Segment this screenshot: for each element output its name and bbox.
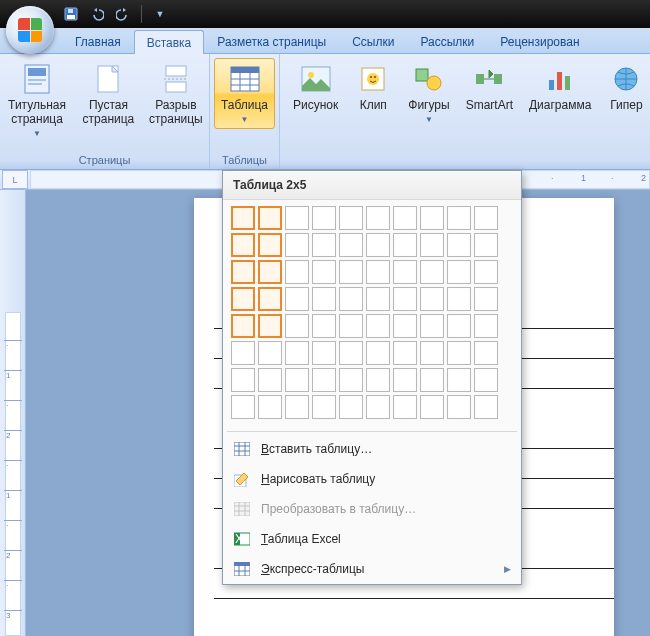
grid-cell[interactable]: [258, 287, 282, 311]
cover-page-button[interactable]: Титульная страница ▼: [0, 58, 74, 143]
grid-cell[interactable]: [231, 206, 255, 230]
grid-cell[interactable]: [393, 233, 417, 257]
grid-cell[interactable]: [258, 206, 282, 230]
grid-cell[interactable]: [366, 395, 390, 419]
draw-table-item[interactable]: Нарисовать таблицу: [223, 464, 521, 494]
grid-cell[interactable]: [285, 368, 309, 392]
grid-cell[interactable]: [339, 287, 363, 311]
grid-cell[interactable]: [258, 314, 282, 338]
grid-cell[interactable]: [474, 206, 498, 230]
grid-cell[interactable]: [312, 260, 336, 284]
grid-cell[interactable]: [339, 341, 363, 365]
grid-cell[interactable]: [258, 368, 282, 392]
grid-cell[interactable]: [258, 260, 282, 284]
grid-cell[interactable]: [285, 395, 309, 419]
grid-cell[interactable]: [366, 314, 390, 338]
grid-cell[interactable]: [285, 341, 309, 365]
grid-cell[interactable]: [231, 260, 255, 284]
tab-home[interactable]: Главная: [62, 29, 134, 53]
grid-cell[interactable]: [366, 233, 390, 257]
grid-cell[interactable]: [339, 395, 363, 419]
grid-cell[interactable]: [339, 233, 363, 257]
grid-cell[interactable]: [366, 206, 390, 230]
grid-cell[interactable]: [258, 341, 282, 365]
picture-button[interactable]: Рисунок: [286, 58, 345, 118]
grid-cell[interactable]: [420, 368, 444, 392]
ruler-vertical[interactable]: ·1 ·2 ·1 ·2 ·3: [0, 190, 26, 636]
blank-page-button[interactable]: Пустая страница: [76, 58, 140, 132]
grid-cell[interactable]: [285, 206, 309, 230]
insert-table-item[interactable]: Вставить таблицу…: [223, 434, 521, 464]
grid-cell[interactable]: [312, 206, 336, 230]
grid-cell[interactable]: [285, 287, 309, 311]
grid-cell[interactable]: [312, 314, 336, 338]
grid-cell[interactable]: [339, 206, 363, 230]
grid-cell[interactable]: [474, 368, 498, 392]
grid-cell[interactable]: [447, 287, 471, 311]
grid-cell[interactable]: [447, 206, 471, 230]
grid-cell[interactable]: [366, 368, 390, 392]
grid-cell[interactable]: [474, 314, 498, 338]
grid-cell[interactable]: [258, 395, 282, 419]
grid-cell[interactable]: [393, 260, 417, 284]
tab-mailings[interactable]: Рассылки: [407, 29, 487, 53]
table-grid-picker[interactable]: [223, 200, 521, 429]
grid-cell[interactable]: [366, 260, 390, 284]
qat-save-button[interactable]: [60, 4, 82, 24]
chart-button[interactable]: Диаграмма: [522, 58, 598, 118]
grid-cell[interactable]: [231, 368, 255, 392]
grid-cell[interactable]: [420, 395, 444, 419]
qat-customize-button[interactable]: ▼: [149, 4, 171, 24]
tab-review[interactable]: Рецензирован: [487, 29, 592, 53]
grid-cell[interactable]: [231, 233, 255, 257]
grid-cell[interactable]: [474, 233, 498, 257]
grid-cell[interactable]: [447, 260, 471, 284]
grid-cell[interactable]: [393, 341, 417, 365]
grid-cell[interactable]: [366, 341, 390, 365]
hyperlink-button[interactable]: Гипер: [600, 58, 650, 118]
grid-cell[interactable]: [474, 260, 498, 284]
grid-cell[interactable]: [312, 341, 336, 365]
grid-cell[interactable]: [285, 314, 309, 338]
grid-cell[interactable]: [420, 341, 444, 365]
grid-cell[interactable]: [474, 395, 498, 419]
grid-cell[interactable]: [474, 341, 498, 365]
grid-cell[interactable]: [420, 233, 444, 257]
grid-cell[interactable]: [285, 233, 309, 257]
grid-cell[interactable]: [258, 233, 282, 257]
grid-cell[interactable]: [231, 395, 255, 419]
grid-cell[interactable]: [339, 368, 363, 392]
tab-insert[interactable]: Вставка: [134, 30, 205, 54]
grid-cell[interactable]: [312, 395, 336, 419]
grid-cell[interactable]: [312, 287, 336, 311]
grid-cell[interactable]: [393, 206, 417, 230]
tab-references[interactable]: Ссылки: [339, 29, 407, 53]
grid-cell[interactable]: [447, 395, 471, 419]
grid-cell[interactable]: [420, 260, 444, 284]
grid-cell[interactable]: [366, 287, 390, 311]
excel-table-item[interactable]: X Таблица Excel: [223, 524, 521, 554]
grid-cell[interactable]: [474, 287, 498, 311]
grid-cell[interactable]: [312, 368, 336, 392]
grid-cell[interactable]: [285, 260, 309, 284]
grid-cell[interactable]: [339, 314, 363, 338]
grid-cell[interactable]: [447, 368, 471, 392]
office-button[interactable]: [6, 6, 54, 54]
grid-cell[interactable]: [420, 314, 444, 338]
grid-cell[interactable]: [231, 341, 255, 365]
grid-cell[interactable]: [231, 287, 255, 311]
ruler-corner[interactable]: L: [2, 170, 28, 189]
grid-cell[interactable]: [393, 368, 417, 392]
grid-cell[interactable]: [339, 260, 363, 284]
grid-cell[interactable]: [312, 233, 336, 257]
tab-page-layout[interactable]: Разметка страницы: [204, 29, 339, 53]
grid-cell[interactable]: [447, 233, 471, 257]
quick-tables-item[interactable]: Экспресс-таблицы ▶: [223, 554, 521, 584]
grid-cell[interactable]: [231, 314, 255, 338]
grid-cell[interactable]: [447, 314, 471, 338]
qat-redo-button[interactable]: [112, 4, 134, 24]
table-button[interactable]: Таблица ▼: [214, 58, 275, 129]
shapes-button[interactable]: Фигуры ▼: [401, 58, 456, 129]
smartart-button[interactable]: SmartArt: [459, 58, 520, 118]
grid-cell[interactable]: [393, 395, 417, 419]
